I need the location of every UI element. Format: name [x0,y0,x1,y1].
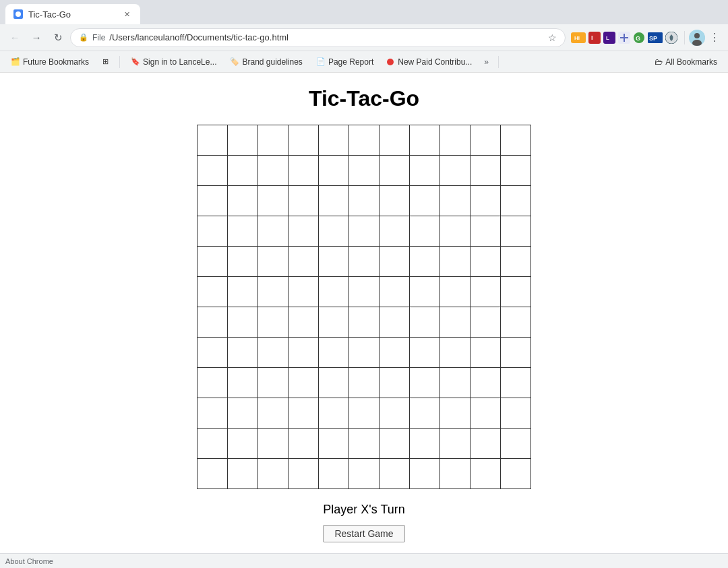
cell[interactable] [228,156,258,186]
cell[interactable] [198,247,228,277]
cell[interactable] [501,459,531,489]
cell[interactable] [471,307,501,338]
cell[interactable] [289,216,319,247]
cell[interactable] [319,156,349,186]
cell[interactable] [501,216,531,247]
cell[interactable] [319,277,349,307]
forward-button[interactable]: → [27,28,46,47]
cell[interactable] [380,338,410,368]
cell[interactable] [198,429,228,459]
cell[interactable] [410,459,440,489]
cell[interactable] [380,156,410,186]
cell[interactable] [471,216,501,247]
cell[interactable] [198,368,228,398]
cell[interactable] [228,368,258,398]
cell[interactable] [258,186,289,216]
cell[interactable] [471,247,501,277]
cell[interactable] [289,247,319,277]
cell[interactable] [258,459,289,489]
cell[interactable] [258,216,289,247]
cell[interactable] [410,368,440,398]
cell[interactable] [228,398,258,429]
cell[interactable] [380,247,410,277]
cell[interactable] [440,368,471,398]
tab-close-button[interactable]: ✕ [121,9,132,20]
bookmark-grid[interactable]: ⊞ [97,55,114,68]
cell[interactable] [319,307,349,338]
cell[interactable] [440,307,471,338]
cell[interactable] [440,398,471,429]
ext-icon-6[interactable]: SP [648,32,663,43]
cell[interactable] [349,307,380,338]
cell[interactable] [289,459,319,489]
cell[interactable] [319,125,349,156]
cell[interactable] [440,277,471,307]
cell[interactable] [349,216,380,247]
cell[interactable] [289,398,319,429]
cell[interactable] [349,429,380,459]
cell[interactable] [198,216,228,247]
cell[interactable] [440,429,471,459]
cell[interactable] [471,125,501,156]
cell[interactable] [319,247,349,277]
active-tab[interactable]: Tic-Tac-Go ✕ [5,4,140,24]
bookmark-future[interactable]: 🗂️ Future Bookmarks [5,55,94,69]
ext-icon-7[interactable] [665,32,677,44]
cell[interactable] [380,398,410,429]
cell[interactable] [349,247,380,277]
cell[interactable] [258,125,289,156]
cell[interactable] [228,429,258,459]
back-button[interactable]: ← [5,28,24,47]
cell[interactable] [380,125,410,156]
profile-icon[interactable] [689,30,705,46]
cell[interactable] [289,277,319,307]
cell[interactable] [501,307,531,338]
cell[interactable] [289,307,319,338]
cell[interactable] [380,186,410,216]
bookmark-brand[interactable]: 🏷️ Brand guidelines [224,55,307,69]
cell[interactable] [410,216,440,247]
cell[interactable] [440,186,471,216]
cell[interactable] [319,368,349,398]
cell[interactable] [258,398,289,429]
cell[interactable] [349,125,380,156]
cell[interactable] [228,186,258,216]
cell[interactable] [380,459,410,489]
cell[interactable] [198,186,228,216]
cell[interactable] [440,216,471,247]
cell[interactable] [349,186,380,216]
reload-button[interactable]: ↻ [49,28,67,47]
cell[interactable] [410,186,440,216]
cell[interactable] [198,459,228,489]
cell[interactable] [440,125,471,156]
cell[interactable] [228,216,258,247]
cell[interactable] [471,338,501,368]
cell[interactable] [228,277,258,307]
ext-icon-5[interactable]: G [633,32,645,44]
cell[interactable] [410,156,440,186]
cell[interactable] [228,338,258,368]
cell[interactable] [228,247,258,277]
cell[interactable] [289,338,319,368]
cell[interactable] [440,156,471,186]
cell[interactable] [410,398,440,429]
cell[interactable] [198,125,228,156]
cell[interactable] [380,368,410,398]
cell[interactable] [258,368,289,398]
cell[interactable] [198,307,228,338]
cell[interactable] [258,307,289,338]
cell[interactable] [471,186,501,216]
bookmark-paid[interactable]: New Paid Contribu... [382,55,477,69]
ext-icon-4[interactable] [618,32,630,44]
cell[interactable] [501,247,531,277]
cell[interactable] [410,277,440,307]
cell[interactable] [410,247,440,277]
cell[interactable] [471,156,501,186]
cell[interactable] [471,368,501,398]
cell[interactable] [410,125,440,156]
address-bar[interactable]: 🔒 File /Users/lanceulanoff/Documents/tic… [70,28,566,47]
cell[interactable] [501,125,531,156]
menu-button[interactable]: ⋮ [706,31,723,44]
cell[interactable] [501,429,531,459]
cell[interactable] [228,307,258,338]
